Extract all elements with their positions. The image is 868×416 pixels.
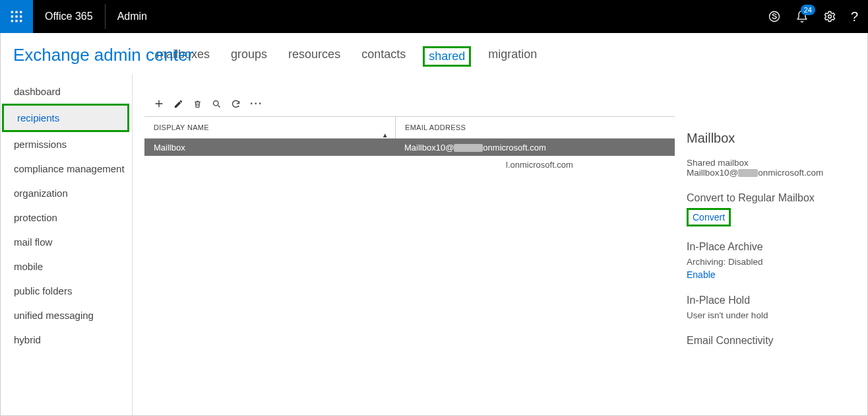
top-bar: Office 365 Admin 24 ? bbox=[0, 0, 868, 33]
svg-rect-2 bbox=[20, 11, 22, 13]
email-post: onmicrosoft.com bbox=[758, 168, 823, 178]
page-body: dashboard recipients permissions complia… bbox=[0, 33, 868, 416]
tab-resources[interactable]: resources bbox=[284, 46, 344, 67]
app-label[interactable]: Admin bbox=[106, 11, 159, 22]
svg-rect-0 bbox=[11, 11, 13, 13]
add-icon[interactable] bbox=[154, 98, 164, 109]
archive-status: Archiving: Disabled bbox=[687, 257, 855, 267]
app-launcher-icon[interactable] bbox=[0, 0, 33, 33]
section-heading: In-Place Hold bbox=[687, 295, 855, 306]
left-nav: dashboard recipients permissions complia… bbox=[1, 33, 133, 415]
section-connectivity: Email Connectivity bbox=[687, 335, 855, 347]
tab-groups[interactable]: groups bbox=[227, 46, 271, 67]
section-archive: In-Place Archive Archiving: Disabled Ena… bbox=[687, 241, 855, 280]
delete-icon[interactable] bbox=[193, 99, 202, 109]
svg-rect-1 bbox=[15, 11, 17, 13]
nav-hybrid[interactable]: hybrid bbox=[1, 328, 132, 352]
svg-rect-3 bbox=[11, 15, 13, 17]
redacted bbox=[738, 169, 758, 177]
nav-mailflow[interactable]: mail flow bbox=[1, 230, 132, 254]
section-heading: Convert to Regular Mailbox bbox=[687, 192, 855, 204]
section-heading: In-Place Archive bbox=[687, 241, 855, 253]
col-email-address[interactable]: EMAIL ADDRESS bbox=[395, 116, 675, 139]
help-icon[interactable]: ? bbox=[851, 9, 858, 24]
nav-recipients[interactable]: recipients bbox=[2, 104, 129, 132]
nav-protection[interactable]: protection bbox=[1, 205, 132, 230]
gear-icon[interactable] bbox=[823, 10, 836, 23]
svg-point-11 bbox=[214, 100, 219, 106]
section-convert: Convert to Regular Mailbox Convert bbox=[687, 192, 855, 226]
sort-asc-icon: ▲ bbox=[382, 131, 388, 139]
cell-email: l.onmicrosoft.com bbox=[395, 160, 675, 170]
details-pane: Maillbox Shared mailbox Maillbox10@onmic… bbox=[675, 116, 867, 415]
brand-label[interactable]: Office 365 bbox=[33, 11, 105, 22]
mailbox-email: Maillbox10@onmicrosoft.com bbox=[687, 168, 855, 178]
sub-tabs: mailboxes groups resources contacts shar… bbox=[133, 46, 867, 75]
svg-rect-5 bbox=[20, 15, 22, 17]
notifications-icon[interactable]: 24 bbox=[795, 10, 809, 23]
tab-contacts[interactable]: contacts bbox=[357, 46, 410, 67]
main-area: mailboxes groups resources contacts shar… bbox=[133, 33, 867, 415]
hold-status: User isn't under hold bbox=[687, 310, 855, 320]
nav-dashboard[interactable]: dashboard bbox=[1, 79, 132, 104]
more-icon[interactable]: ··· bbox=[250, 98, 263, 110]
email-pre: Maillbox10@ bbox=[404, 143, 454, 153]
svg-rect-8 bbox=[20, 20, 22, 22]
skype-icon[interactable] bbox=[768, 10, 781, 23]
nav-unified-messaging[interactable]: unified messaging bbox=[1, 303, 132, 328]
refresh-icon[interactable] bbox=[231, 99, 241, 109]
section-hold: In-Place Hold User isn't under hold bbox=[687, 295, 855, 320]
details-title: Maillbox bbox=[687, 131, 855, 146]
nav-mobile[interactable]: mobile bbox=[1, 254, 132, 279]
nav-compliance[interactable]: compliance management bbox=[1, 156, 132, 181]
col-display-name[interactable]: DISPLAY NAME ▲ bbox=[144, 123, 395, 131]
email-pre: Maillbox10@ bbox=[687, 168, 738, 178]
brand-area: Office 365 Admin bbox=[33, 0, 159, 33]
tab-migration[interactable]: migration bbox=[484, 46, 541, 67]
email-post: onmicrosoft.com bbox=[483, 143, 545, 153]
svg-rect-4 bbox=[15, 15, 17, 17]
svg-point-9 bbox=[769, 12, 779, 22]
search-icon[interactable] bbox=[212, 99, 222, 109]
email-post: l.onmicrosoft.com bbox=[506, 160, 573, 170]
nav-organization[interactable]: organization bbox=[1, 181, 132, 205]
table-row[interactable]: Maillbox Maillbox10@onmicrosoft.com bbox=[144, 139, 675, 156]
toolbar: ··· bbox=[133, 75, 867, 116]
col-name-label: DISPLAY NAME bbox=[154, 123, 209, 131]
mask bbox=[132, 33, 133, 74]
svg-point-10 bbox=[828, 15, 831, 18]
cell-email: Maillbox10@onmicrosoft.com bbox=[395, 143, 675, 153]
cell-name: Maillbox bbox=[144, 143, 395, 153]
top-right-icons: 24 ? bbox=[768, 9, 868, 24]
enable-archive-link[interactable]: Enable bbox=[687, 269, 716, 280]
col-email-label: EMAIL ADDRESS bbox=[405, 123, 466, 131]
grid-header: DISPLAY NAME ▲ EMAIL ADDRESS bbox=[144, 116, 675, 139]
edit-icon[interactable] bbox=[173, 99, 183, 109]
svg-rect-6 bbox=[11, 20, 13, 22]
mailbox-type: Shared mailbox bbox=[687, 158, 855, 168]
table-row[interactable]: l.onmicrosoft.com bbox=[144, 156, 675, 173]
redacted bbox=[454, 144, 483, 152]
grid-wrap: DISPLAY NAME ▲ EMAIL ADDRESS Maillbox Ma… bbox=[133, 116, 867, 415]
section-heading: Email Connectivity bbox=[687, 335, 855, 347]
grid: DISPLAY NAME ▲ EMAIL ADDRESS Maillbox Ma… bbox=[144, 116, 675, 415]
convert-link[interactable]: Convert bbox=[687, 208, 731, 226]
section-type: Shared mailbox Maillbox10@onmicrosoft.co… bbox=[687, 158, 855, 178]
nav-permissions[interactable]: permissions bbox=[1, 132, 132, 156]
svg-rect-7 bbox=[15, 20, 17, 22]
notification-badge: 24 bbox=[801, 5, 815, 15]
tab-shared[interactable]: shared bbox=[423, 46, 471, 67]
nav-public-folders[interactable]: public folders bbox=[1, 279, 132, 303]
